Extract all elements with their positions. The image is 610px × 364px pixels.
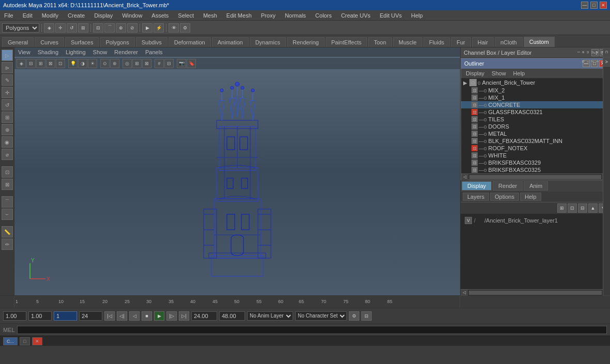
vp-frame-sel-btn[interactable]: ⊠ [142, 59, 151, 68]
show-manip-btn[interactable]: ⊡ [2, 166, 13, 178]
outliner-item-roof[interactable]: ⊡ —o ROOF_NOTEX [461, 145, 609, 152]
menu-file[interactable]: File [2, 12, 16, 19]
vp-shadow-btn[interactable]: ◑ [78, 59, 87, 68]
cb-subtab-options[interactable]: Options [490, 193, 519, 201]
menu-select[interactable]: Select [176, 12, 196, 19]
script-editor-btn[interactable]: C... [3, 337, 18, 345]
vp-texture-btn[interactable]: ⊡ [56, 59, 65, 68]
char-set-select[interactable]: No Character Set [295, 311, 347, 321]
vp-menu-panels[interactable]: Panels [144, 49, 164, 56]
outliner-item-metal[interactable]: ⊡ —o METAL [461, 130, 609, 137]
anim-frame-input[interactable]: 1 [54, 311, 77, 321]
outliner-menu-show[interactable]: Show [490, 70, 508, 77]
render-btn[interactable]: ▶ [142, 23, 152, 33]
tab-general[interactable]: General [2, 37, 34, 47]
tab-dynamics[interactable]: Dynamics [250, 37, 286, 47]
menu-mesh[interactable]: Mesh [201, 12, 219, 19]
vp-hud-btn[interactable]: ⊟ [164, 59, 174, 68]
anim-range-start[interactable]: 24.00 [191, 311, 217, 321]
vp-ambient-btn[interactable]: ☀ [88, 59, 97, 68]
scale-btn[interactable]: ⊞ [2, 112, 13, 123]
tab-subdivs[interactable]: Subdivs [136, 37, 167, 47]
anim-extra-btn[interactable]: ⊟ [361, 311, 372, 321]
sculpt-btn[interactable]: ⌀ [2, 149, 13, 160]
tab-fluids[interactable]: Fluids [423, 37, 450, 47]
snap-surface-btn[interactable]: ⊘ [127, 23, 138, 33]
anim-go-end-btn[interactable]: ▷| [179, 311, 189, 321]
tab-ncloth[interactable]: nCloth [495, 37, 523, 47]
tab-polygons[interactable]: Polygons [100, 37, 134, 47]
outliner-item-concrete[interactable]: ⊡ —o CONCRETE [461, 101, 609, 108]
rotate-btn[interactable]: ↺ [2, 99, 13, 110]
ep-curve-btn[interactable]: ⌣ [2, 209, 13, 220]
select-mode-btn[interactable]: ▷ [2, 50, 13, 61]
vp-isolate-btn[interactable]: ◎ [123, 59, 132, 68]
vp-bookmark-btn[interactable]: 🔖 [187, 59, 196, 68]
outliner-item-mix2[interactable]: ⊡ —o MIX_2 [461, 87, 609, 94]
vp-light-btn[interactable]: 💡 [68, 59, 78, 68]
cb-subtab-layers[interactable]: Layers [463, 193, 489, 201]
close-button[interactable]: ✕ [600, 2, 607, 9]
tab-toon[interactable]: Toon [368, 37, 392, 47]
anim-current-time[interactable]: 1.00 [3, 311, 26, 321]
vp-xray-btn[interactable]: ⊙ [100, 59, 110, 68]
menu-help[interactable]: Help [409, 12, 425, 19]
snap-curve-btn[interactable]: ⌒ [104, 23, 115, 33]
status-close-btn[interactable]: ✕ [32, 337, 42, 345]
outliner-item-white[interactable]: ⊡ —o WHITE [461, 152, 609, 159]
anim-end-display[interactable]: 24 [79, 311, 102, 321]
tab-animation[interactable]: Animation [212, 37, 249, 47]
outliner-menu-display[interactable]: Display [464, 70, 486, 77]
anim-stop-btn[interactable]: ■ [142, 311, 152, 321]
select-tool-btn[interactable]: ◈ [44, 23, 54, 33]
tab-muscle[interactable]: Muscle [393, 37, 422, 47]
layer-up-btn[interactable]: ▲ [588, 203, 598, 213]
anim-step-back-btn[interactable]: ◁| [117, 311, 127, 321]
cb-tab-render[interactable]: Render [493, 181, 523, 191]
timeline-ruler[interactable]: 1 5 10 15 20 25 30 35 40 45 50 55 60 65 … [14, 296, 460, 308]
layer-scroll-left[interactable]: ◁ [461, 290, 468, 296]
paint-select-btn[interactable]: ✎ [2, 74, 13, 86]
outliner-menu-help[interactable]: Help [512, 70, 527, 77]
layer-scrollbar[interactable]: ◁ ▷ [461, 289, 610, 295]
ipr-btn[interactable]: ⚡ [154, 23, 164, 33]
outliner-scroll-track[interactable] [469, 175, 601, 179]
menu-modify[interactable]: Modify [40, 12, 60, 19]
attribute-editor-tab[interactable]: Attrib [603, 57, 610, 67]
move-btn[interactable]: ✛ [2, 87, 13, 98]
outliner-item-doors[interactable]: ⊡ —o DOORS [461, 123, 609, 130]
outliner-item-briks325[interactable]: ⊡ —o BRIKSFBXASC0325 [461, 166, 609, 173]
outliner-content[interactable]: ▶ □ o Ancient_Brick_Tower ⊡ —o MIX_2 ⊡ —… [461, 78, 609, 173]
annotate-btn[interactable]: ✏ [2, 239, 13, 250]
outliner-item-mix1[interactable]: ⊡ —o MIX_1 [461, 94, 609, 101]
tab-surfaces[interactable]: Surfaces [65, 37, 99, 47]
vp-menu-renderer[interactable]: Renderer [113, 49, 140, 56]
rotate-tool-btn[interactable]: ↺ [67, 23, 77, 33]
tab-custom[interactable]: Custom [524, 37, 555, 47]
anim-layer-select[interactable]: No Anim Layer [247, 311, 293, 321]
tab-rendering[interactable]: Rendering [287, 37, 325, 47]
maximize-button[interactable]: □ [590, 2, 598, 9]
outliner-item-briks329[interactable]: ⊡ —o BRIKSFBXASC0329 [461, 159, 609, 166]
show-last-btn[interactable]: ⊠ [2, 179, 13, 190]
show-hide-btn[interactable]: 👁 [169, 23, 179, 33]
vp-frame-all-btn[interactable]: ⊞ [132, 59, 142, 68]
tab-painteffects[interactable]: PaintEffects [326, 37, 368, 47]
lasso-btn[interactable]: ⊳ [2, 62, 13, 73]
mode-select[interactable]: Polygons [2, 23, 39, 33]
anim-start-frame[interactable]: 1.00 [28, 311, 52, 321]
vp-menu-shading[interactable]: Shading [36, 49, 60, 56]
tab-fur[interactable]: Fur [451, 37, 471, 47]
minimize-button[interactable]: — [581, 2, 588, 9]
menu-proxy[interactable]: Proxy [259, 12, 278, 19]
layer-new-btn[interactable]: ⊞ [557, 203, 567, 213]
status-minimize-btn[interactable]: □ [20, 337, 30, 345]
outliner-scrollbar[interactable]: ◁ ▷ [461, 173, 609, 180]
viewport[interactable]: View Shading Lighting Show Renderer Pane… [14, 48, 460, 295]
outliner-item-tiles[interactable]: ⊡ —o TILES [461, 116, 609, 123]
vp-joints-btn[interactable]: ⊛ [110, 59, 119, 68]
snap-grid-btn[interactable]: ⊟ [93, 23, 103, 33]
vp-menu-lighting[interactable]: Lighting [64, 49, 87, 56]
tab-deformation[interactable]: Deformation [169, 37, 211, 47]
vp-grid-btn[interactable]: # [155, 59, 164, 68]
